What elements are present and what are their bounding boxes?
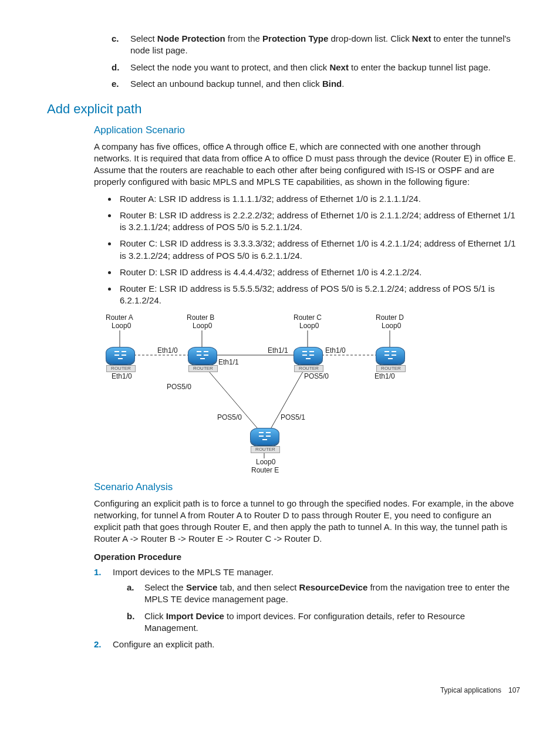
label-loop0-c: Loop0 [299,321,319,330]
network-topology-diagram: Router A Loop0 ROUTER Eth1/0 Router B Lo… [94,313,411,475]
label-loop0-b: Loop0 [193,321,212,330]
op-substep-b: b.Click Import Device to import devices.… [127,610,520,634]
step-e: e.Select an unbound backup tunnel, and t… [112,78,520,90]
router-address-list: Router A: LSR ID address is 1.1.1.1/32; … [47,193,520,307]
label-eth10-c-right: Eth1/0 [325,346,346,355]
router-b-icon: ROUTER [188,347,217,364]
label-pos50-e: POS5/0 [217,413,242,422]
label-eth11-b: Eth1/1 [218,357,239,367]
router-info-4: Router E: LSR ID address is 5.5.5.5/32; … [117,283,520,307]
router-info-0: Router A: LSR ID address is 1.1.1.1/32; … [117,193,520,205]
heading-operation-procedure: Operation Procedure [94,551,520,563]
lettered-steps-cde: c.Select Node Protection from the Protec… [47,33,520,90]
scenario-analysis-text: Configuring an explicit path is to force… [94,498,520,545]
op-step-2: 2.Configure an explicit path. [94,639,520,650]
label-router-e: Router E [251,465,279,475]
label-eth10-a: Eth1/0 [112,372,132,381]
heading-application-scenario: Application Scenario [94,124,520,137]
operation-procedure-list: 1.Import devices to the MPLS TE manager.… [47,566,520,651]
router-info-3: Router D: LSR ID address is 4.4.4.4/32; … [117,266,520,278]
router-a-icon: ROUTER [106,347,135,364]
step-c: c.Select Node Protection from the Protec… [112,33,520,57]
label-pos50-b: POS5/0 [167,382,191,391]
router-e-icon: ROUTER [250,428,279,445]
op-step-1: 1.Import devices to the MPLS TE manager.… [94,566,520,634]
label-loop0-d: Loop0 [382,321,401,330]
router-info-1: Router B: LSR ID address is 2.2.2.2/32; … [117,210,520,234]
router-info-2: Router C: LSR ID address is 3.3.3.3/32; … [117,238,520,262]
page-footer: Typical applications 107 [47,686,520,695]
step-d: d.Select the node you want to protect, a… [112,62,520,73]
op-substep-a: a.Select the Service tab, and then selec… [127,582,520,606]
label-pos50-c: POS5/0 [304,372,329,381]
label-eth10-b-left: Eth1/0 [157,346,178,355]
router-c-icon: ROUTER [294,347,323,364]
application-scenario-text: A company has five offices, office A thr… [94,141,520,188]
heading-add-explicit-path: Add explicit path [47,100,520,118]
label-eth10-d: Eth1/0 [375,372,395,381]
label-eth11-c: Eth1/1 [268,346,288,355]
router-d-icon: ROUTER [376,347,405,364]
heading-scenario-analysis: Scenario Analysis [94,481,520,494]
label-pos51-e: POS5/1 [281,413,305,422]
label-loop0-a: Loop0 [112,321,131,330]
